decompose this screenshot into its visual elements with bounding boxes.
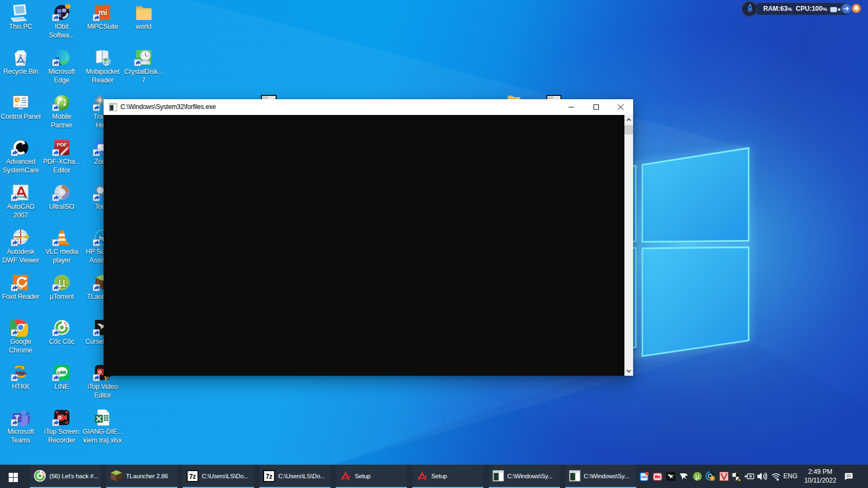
svg-text:PDF: PDF: [56, 142, 67, 147]
svg-text:µ: µ: [695, 472, 700, 480]
svg-text:mi: mi: [99, 8, 107, 17]
svg-text:µ: µ: [58, 275, 65, 290]
svg-text:!: !: [712, 477, 713, 480]
svg-text:7z: 7z: [189, 473, 196, 480]
svg-text:7z: 7z: [266, 473, 273, 480]
svg-text:LINE: LINE: [57, 370, 66, 375]
